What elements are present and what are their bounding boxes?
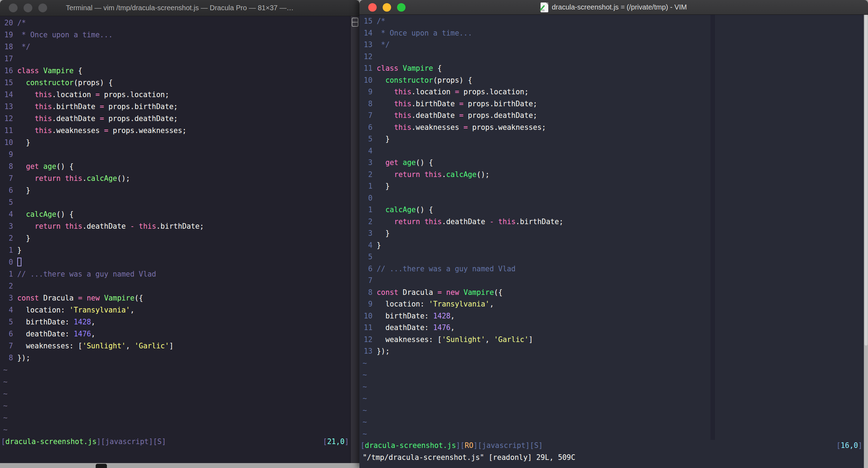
close-button[interactable] [9,4,18,12]
vim-scrollbar-thumb[interactable] [864,15,868,346]
buffer-line[interactable]: 15/* [359,15,868,27]
code-segment: Vampire [43,67,74,75]
buffer-line[interactable]: 10 } [0,137,359,148]
buffer-line[interactable]: 5 birthDate: 1428, [0,316,359,328]
vim-window-title: dracula-screenshot.js = (/private/tmp) -… [552,3,687,11]
buffer-line[interactable]: 8 this.birthDate = props.birthDate; [359,98,868,110]
buffer-line[interactable]: 13}); [359,346,868,358]
terminal-scrollbar[interactable] [350,16,359,463]
code-segment: props.weaknesses; [468,123,546,132]
buffer-line[interactable]: 13 */ [359,39,868,51]
buffer-line[interactable]: 7 weaknesses: ['Sunlight', 'Garlic'] [0,340,359,352]
code-segment [17,102,34,111]
buffer-line[interactable]: 0 [0,256,359,268]
buffer-line[interactable]: 11 deathDate: 1476, [359,322,868,334]
buffer-line[interactable]: 12 this.deathDate = props.deathDate; [0,113,359,125]
buffer-line[interactable]: 12 weaknesses: ['Sunlight', 'Garlic'] [359,334,868,346]
buffer-line[interactable]: 2 return this.calcAge(); [359,169,868,181]
buffer-line[interactable]: 5 [0,196,359,208]
terminal-vim-statusline: [dracula-screenshot.js][javascript][S][2… [0,436,359,448]
code-segment: ({ [494,288,503,297]
buffer-line[interactable]: 2 return this.deathDate - this.birthDate… [359,216,868,228]
code-text: } [17,184,30,196]
code-segment: ] [538,440,543,452]
buffer-line[interactable]: 13 this.birthDate = props.birthDate; [0,101,359,113]
buffer-line[interactable]: 8const Dracula = new Vampire({ [359,287,868,299]
buffer-line[interactable]: 11 this.weaknesses = props.weaknesses; [0,125,359,137]
terminal-titlebar[interactable]: Terminal — vim /tmp/dracula-screenshot.j… [0,0,359,16]
buffer-line[interactable]: 6 this.weaknesses = props.weaknesses; [359,122,868,134]
line-number: 12 [359,334,372,346]
buffer-line[interactable]: 20/* [0,17,359,29]
buffer-line[interactable]: 19 * Once upon a time... [0,29,359,41]
buffer-line[interactable]: 14 this.location = props.location; [0,89,359,101]
buffer-line[interactable]: 4 location: 'Transylvania', [0,304,359,316]
buffer-line[interactable]: 9 this.location = props.location; [359,86,868,98]
line-number: 15 [0,77,13,89]
buffer-line[interactable]: 6 deathDate: 1476, [0,328,359,340]
buffer-line[interactable]: 5 } [359,133,868,145]
line-number: 9 [359,86,372,98]
code-segment: new [87,294,100,302]
zoom-button[interactable] [38,4,47,12]
buffer-line[interactable]: 10 constructor(props) { [359,75,868,87]
code-segment: } [377,241,381,249]
buffer-line[interactable]: 1// ...there was a guy named Vlad [0,268,359,280]
zoom-button[interactable] [397,3,406,12]
code-segment: props.weaknesses; [108,126,186,135]
buffer-line[interactable]: 9 location: 'Transylvania', [359,298,868,310]
vim-titlebar[interactable]: JS dracula-screenshot.js = (/private/tmp… [359,0,868,15]
buffer-line[interactable]: 17 [0,53,359,65]
code-segment: ][ [456,440,465,452]
buffer-line[interactable]: 4 [359,145,868,157]
buffer-line[interactable]: 3 return this.deathDate - this.birthDate… [0,220,359,232]
code-segment: .location [411,88,455,96]
line-number: 12 [359,51,372,63]
code-text: get age() { [377,157,433,169]
buffer-line[interactable]: 8}); [0,352,359,364]
code-text: } [377,181,390,192]
buffer-line[interactable]: 14 * Once upon a time... [359,27,868,39]
minimize-button[interactable] [24,4,32,12]
buffer-line[interactable]: 11class Vampire { [359,63,868,75]
close-button[interactable] [368,3,377,12]
code-segment: 21,0 [327,436,344,448]
code-segment: 1428 [74,318,91,326]
buffer-line[interactable]: 1 calcAge() { [359,204,868,216]
buffer-line[interactable]: 3 get age() { [359,157,868,169]
line-number: 5 [359,133,372,145]
buffer-line[interactable]: 1 } [359,181,868,192]
buffer-line[interactable]: 7 return this.calcAge(); [0,172,359,184]
buffer-line[interactable]: 5 [359,251,868,263]
buffer-line[interactable]: 8 get age() { [0,160,359,172]
buffer-line[interactable]: 1} [0,244,359,256]
buffer-line[interactable]: 3 } [359,228,868,240]
buffer-line[interactable]: 7 [359,275,868,287]
vim-buffer[interactable]: 15/*14 * Once upon a time...13 */1211cla… [359,15,868,468]
buffer-line[interactable]: 9 [0,148,359,160]
buffer-line[interactable]: 2 [0,280,359,292]
buffer-line[interactable]: 16class Vampire { [0,65,359,77]
code-segment: 1428 [433,312,450,320]
buffer-line[interactable]: 12 [359,51,868,63]
buffer-line[interactable]: 18 */ [0,41,359,53]
buffer-line[interactable]: 7 this.deathDate = props.deathDate; [359,110,868,122]
terminal-vim-buffer[interactable]: 20/*19 * Once upon a time...18 */1716cla… [0,16,359,463]
buffer-line[interactable]: 4 calcAge() { [0,208,359,220]
minimize-button[interactable] [383,3,391,12]
terminal-scrollbar-thumb[interactable] [352,18,358,27]
buffer-line[interactable]: 4} [359,240,868,252]
buffer-line[interactable]: 2 } [0,232,359,244]
buffer-line[interactable]: 6// ...there was a guy named Vlad [359,263,868,275]
buffer-line[interactable]: 10 birthDate: 1428, [359,310,868,322]
code-segment: RO [465,440,473,452]
buffer-line[interactable]: 3const Dracula = new Vampire({ [0,292,359,304]
line-number: 8 [359,98,372,110]
vim-scrollbar[interactable] [864,15,868,468]
code-segment: [ [323,436,327,448]
code-text: calcAge() { [377,204,433,216]
line-number: 14 [0,89,13,101]
buffer-line[interactable]: 6 } [0,184,359,196]
buffer-line[interactable]: 0 [359,192,868,204]
buffer-line[interactable]: 15 constructor(props) { [0,77,359,89]
